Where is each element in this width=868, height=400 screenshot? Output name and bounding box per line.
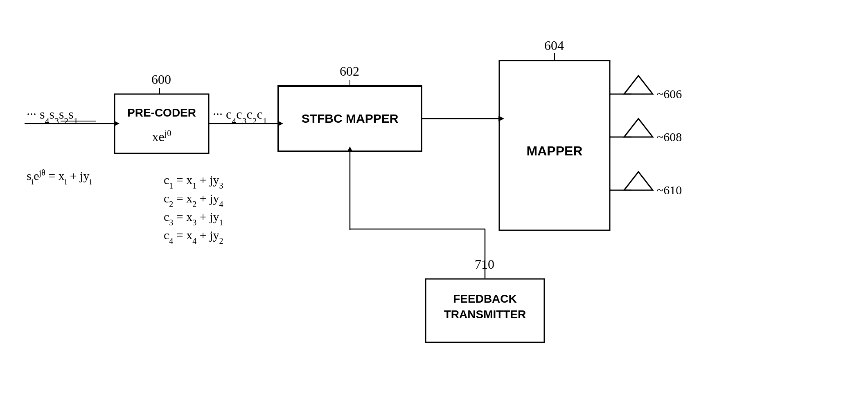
- diagram-container: 600 PRE-CODER xejθ 602 STFBC MAPPER 604 …: [0, 0, 868, 400]
- mapper-label: MAPPER: [527, 144, 583, 158]
- ref-610: ~610: [657, 183, 682, 197]
- pre-coder-block: [115, 94, 209, 153]
- feedback-label2: TRANSMITTER: [444, 308, 526, 321]
- stfbc-mapper-label: STFBC MAPPER: [302, 112, 399, 125]
- ref-602: 602: [340, 64, 359, 79]
- feedback-label1: FEEDBACK: [453, 292, 517, 305]
- ref-604: 604: [544, 38, 564, 53]
- ref-606: ~606: [657, 87, 682, 101]
- ref-608: ~608: [657, 130, 682, 144]
- pre-coder-label: PRE-CODER: [127, 106, 196, 119]
- ref-600: 600: [151, 72, 171, 87]
- block-diagram: 600 PRE-CODER xejθ 602 STFBC MAPPER 604 …: [0, 0, 868, 400]
